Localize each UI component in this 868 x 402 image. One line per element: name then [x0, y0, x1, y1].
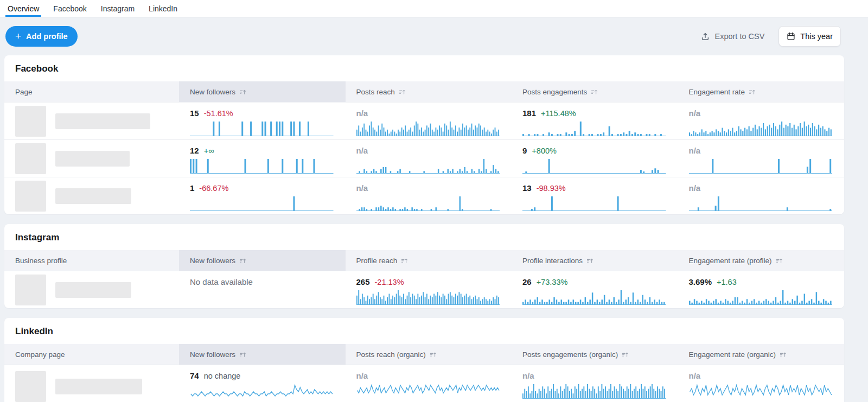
- tab-label: LinkedIn: [149, 4, 177, 13]
- metric-change: +73.33%: [537, 278, 568, 286]
- metric-change: -66.67%: [199, 184, 228, 193]
- sort-icon: [399, 88, 406, 95]
- metric-cell: 3.69%+1.63: [678, 271, 845, 308]
- sort-icon: [239, 257, 246, 264]
- metric-value: n/a: [689, 146, 701, 155]
- column-header-label: Company page: [15, 350, 65, 359]
- section-title: LinkedIn: [4, 318, 844, 344]
- tab-label: Overview: [8, 4, 39, 13]
- profile-name-placeholder: [55, 151, 130, 167]
- tab-bar: Overview Facebook Instagram LinkedIn: [0, 0, 868, 17]
- metric-value: n/a: [356, 371, 368, 380]
- column-header-profile-interactions[interactable]: Profile interactions: [512, 250, 678, 271]
- column-header-posts-engagements[interactable]: Posts engagements: [512, 81, 678, 102]
- sparkline: [689, 158, 833, 174]
- export-csv-label: Export to CSV: [714, 32, 764, 41]
- column-header-label: Profile interactions: [522, 257, 583, 265]
- profile-name-placeholder: [55, 113, 150, 129]
- column-header-label: New followers: [190, 350, 235, 359]
- column-header-page: Page: [4, 81, 179, 102]
- profile-cell[interactable]: [4, 140, 179, 177]
- sparkline: [522, 158, 666, 174]
- column-header-engagement-rate-organic[interactable]: Engagement rate (organic): [678, 344, 845, 365]
- table-row: 15-51.61% n/a 181+115.48% n/a: [4, 102, 844, 139]
- column-header-label: Engagement rate (profile): [689, 257, 772, 265]
- sort-icon: [780, 351, 787, 358]
- sparkline: [356, 158, 500, 174]
- metric-cell: 15-51.61%: [179, 103, 346, 139]
- sparkline: [522, 383, 666, 399]
- metric-value: No data available: [190, 277, 253, 286]
- column-header-engagement-rate[interactable]: Engagement rate: [678, 81, 845, 102]
- avatar: [15, 106, 46, 137]
- metric-cell: n/a: [678, 103, 845, 139]
- sparkline: [522, 120, 666, 137]
- add-profile-label: Add profile: [26, 32, 68, 41]
- facebook-section: Facebook Page New followers Posts reach …: [4, 55, 844, 214]
- sparkline: [356, 383, 500, 399]
- column-header-label: Posts engagements (organic): [522, 350, 618, 359]
- profile-cell[interactable]: [4, 103, 179, 139]
- column-header-label: New followers: [190, 257, 235, 265]
- export-icon: [701, 32, 710, 41]
- sort-icon: [591, 88, 598, 95]
- sort-icon: [776, 257, 783, 264]
- column-header-label: Posts reach: [356, 88, 395, 96]
- column-header-profile-reach[interactable]: Profile reach: [346, 250, 512, 271]
- date-range-button[interactable]: This year: [778, 26, 841, 47]
- table-row: No data available 265-21.13% 26+73.33% 3…: [4, 271, 844, 308]
- metric-cell: n/a: [346, 177, 512, 214]
- metric-value: 74: [190, 371, 199, 380]
- section-title: Facebook: [4, 55, 844, 81]
- sparkline: [190, 383, 334, 399]
- sparkline: [522, 289, 666, 305]
- metric-cell: n/a: [678, 177, 845, 214]
- profile-cell[interactable]: [4, 271, 179, 308]
- table-row: 1-66.67% n/a 13-98.93% n/a: [4, 177, 844, 214]
- metric-value: n/a: [356, 183, 368, 193]
- metric-value: n/a: [522, 371, 534, 380]
- tab-overview[interactable]: Overview: [5, 0, 41, 17]
- metric-change: -51.61%: [204, 109, 233, 118]
- column-header-new-followers[interactable]: New followers: [179, 250, 346, 271]
- sparkline: [356, 120, 500, 137]
- column-header-label: New followers: [190, 88, 235, 96]
- column-header-posts-reach[interactable]: Posts reach: [346, 81, 512, 102]
- tab-linkedin[interactable]: LinkedIn: [146, 0, 180, 17]
- metric-value: n/a: [356, 146, 368, 155]
- table-row: 12+∞ n/a 9+800% n/a: [4, 139, 844, 177]
- export-csv-button[interactable]: Export to CSV: [701, 32, 764, 41]
- metric-value: 12: [190, 146, 199, 155]
- metric-value: 1: [190, 183, 194, 193]
- metric-change: +115.48%: [541, 109, 576, 118]
- column-header-engagement-rate-profile[interactable]: Engagement rate (profile): [678, 250, 845, 271]
- column-header-label: Business profile: [15, 257, 67, 265]
- column-header-new-followers[interactable]: New followers: [179, 81, 346, 102]
- profile-cell[interactable]: [4, 177, 179, 214]
- profile-cell[interactable]: [4, 365, 179, 402]
- sort-icon: [239, 88, 246, 95]
- metric-change: +1.63: [717, 278, 737, 286]
- tab-facebook[interactable]: Facebook: [51, 0, 88, 17]
- sort-icon: [430, 351, 437, 358]
- column-header-label: Page: [15, 88, 33, 96]
- metric-value: n/a: [689, 183, 701, 193]
- add-profile-button[interactable]: + Add profile: [5, 26, 78, 47]
- column-header-posts-engagements-organic[interactable]: Posts engagements (organic): [512, 344, 678, 365]
- column-header-new-followers[interactable]: New followers: [179, 344, 346, 365]
- sparkline: [522, 195, 666, 212]
- facebook-table-header: Page New followers Posts reach Posts eng…: [4, 81, 844, 102]
- toolbar: + Add profile Export to CSV This year: [0, 17, 868, 55]
- tab-label: Facebook: [53, 4, 86, 13]
- column-header-posts-reach-organic[interactable]: Posts reach (organic): [346, 344, 512, 365]
- tab-instagram[interactable]: Instagram: [99, 0, 137, 17]
- metric-value: 265: [356, 277, 370, 286]
- metric-value: 13: [522, 183, 532, 193]
- metric-cell: n/a: [678, 365, 845, 402]
- metric-cell: 9+800%: [512, 140, 678, 177]
- profile-name-placeholder: [55, 188, 131, 204]
- sparkline: [689, 383, 833, 399]
- metric-value: 181: [522, 109, 536, 118]
- metric-cell: 1-66.67%: [179, 177, 346, 214]
- column-header-label: Posts reach (organic): [356, 350, 426, 359]
